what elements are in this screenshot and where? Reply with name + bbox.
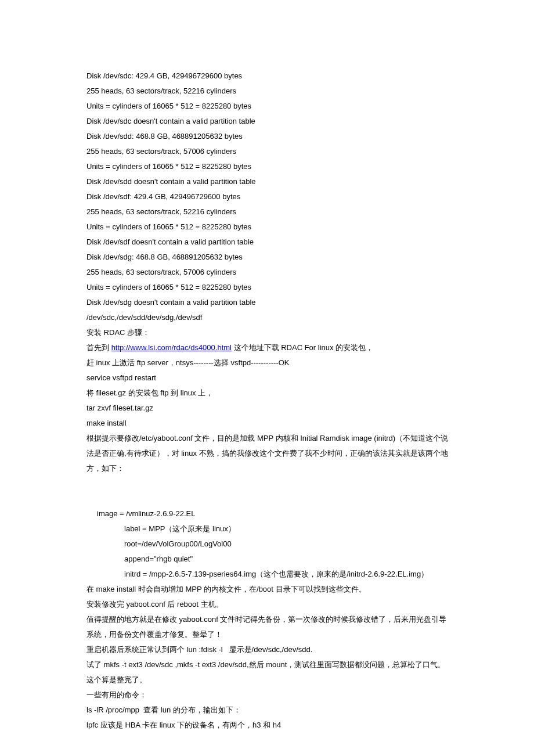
- text-line: Disk /dev/sdc doesn't contain a valid pa…: [86, 114, 450, 129]
- text-line: 255 heads, 63 sectors/track, 52216 cylin…: [86, 84, 450, 99]
- text-line: 试了 mkfs -t ext3 /dev/sdc ,mkfs -t ext3 /…: [86, 657, 450, 687]
- text-line: service vsftpd restart: [86, 370, 450, 386]
- text-line: 首先到 http://www.lsi.com/rdac/ds4000.html …: [86, 340, 450, 355]
- text-line: Units = cylinders of 16065 * 512 = 82252…: [86, 99, 450, 114]
- text-line: Units = cylinders of 16065 * 512 = 82252…: [86, 159, 450, 174]
- text-line: 在 make install 时会自动增加 MPP 的内核文件，在/boot 目…: [86, 582, 450, 597]
- text-fragment: 首先到: [86, 343, 111, 352]
- text-line: 安装 RDAC 步骤：: [86, 325, 450, 340]
- document-page: Disk /dev/sdc: 429.4 GB, 429496729600 by…: [0, 0, 534, 756]
- text-line: initrd = /mpp-2.6.5-7.139-pseries64.img（…: [86, 567, 450, 582]
- url-link[interactable]: http://www.lsi.com/rdac/ds4000.html: [111, 343, 232, 352]
- text-line: append="rhgb quiet": [86, 552, 450, 567]
- text-line: 255 heads, 63 sectors/track, 57006 cylin…: [86, 265, 450, 280]
- text-line: make install: [86, 416, 450, 431]
- text-line: Disk /dev/sdc: 429.4 GB, 429496729600 by…: [86, 69, 450, 84]
- text-line: 将 fileset.gz 的安装包 ftp 到 linux 上，: [86, 386, 450, 401]
- text-line: 根据提示要修改/etc/yaboot.conf 文件，目的是加载 MPP 内核和…: [86, 431, 450, 476]
- text-line: Disk /dev/sdd: 468.8 GB, 468891205632 by…: [86, 129, 450, 144]
- text-line: lpfc 应该是 HBA 卡在 linux 下的设备名，有两个，h3 和 h4: [86, 718, 450, 733]
- text-line: 255 heads, 63 sectors/track, 52216 cylin…: [86, 204, 450, 219]
- text-line: 安装修改完 yaboot.conf 后 reboot 主机。: [86, 597, 450, 612]
- text-fragment: 这个地址下载 RDAC For linux 的安装包，: [232, 343, 373, 352]
- text-line: tar zxvf fileset.tar.gz: [86, 401, 450, 416]
- text-line: 值得提醒的地方就是在修改 yaboot.conf 文件时记得先备份，第一次修改的…: [86, 612, 450, 642]
- text-line: label = MPP（这个原来是 linux）: [86, 521, 450, 537]
- blank-space: [86, 476, 450, 506]
- text-line: Disk /dev/sdd doesn't contain a valid pa…: [86, 174, 450, 189]
- text-line: Disk /dev/sdg: 468.8 GB, 468891205632 by…: [86, 250, 450, 265]
- text-line: 一些有用的命令：: [86, 687, 450, 703]
- text-line: Units = cylinders of 16065 * 512 = 82252…: [86, 219, 450, 235]
- text-line: 255 heads, 63 sectors/track, 57006 cylin…: [86, 144, 450, 159]
- text-line: Disk /dev/sdf: 429.4 GB, 429496729600 by…: [86, 189, 450, 204]
- text-line: ls -lR /proc/mpp 查看 lun 的分布，输出如下：: [86, 703, 450, 718]
- text-line: image = /vmlinuz-2.6.9-22.EL: [86, 506, 450, 521]
- text-line: Disk /dev/sdg doesn't contain a valid pa…: [86, 295, 450, 310]
- text-line: root=/dev/VolGroup00/LogVol00: [86, 537, 450, 552]
- text-line: /dev/sdc,/dev/sdd/dev/sdg,/dev/sdf: [86, 310, 450, 325]
- text-line: Disk /dev/sdf doesn't contain a valid pa…: [86, 235, 450, 250]
- text-line: 赶 inux 上激活 ftp server，ntsys--------选择 vs…: [86, 355, 450, 370]
- text-line: Units = cylinders of 16065 * 512 = 82252…: [86, 280, 450, 295]
- text-line: 重启机器后系统正常认到两个 lun :fdisk -l 显示是/dev/sdc,…: [86, 642, 450, 657]
